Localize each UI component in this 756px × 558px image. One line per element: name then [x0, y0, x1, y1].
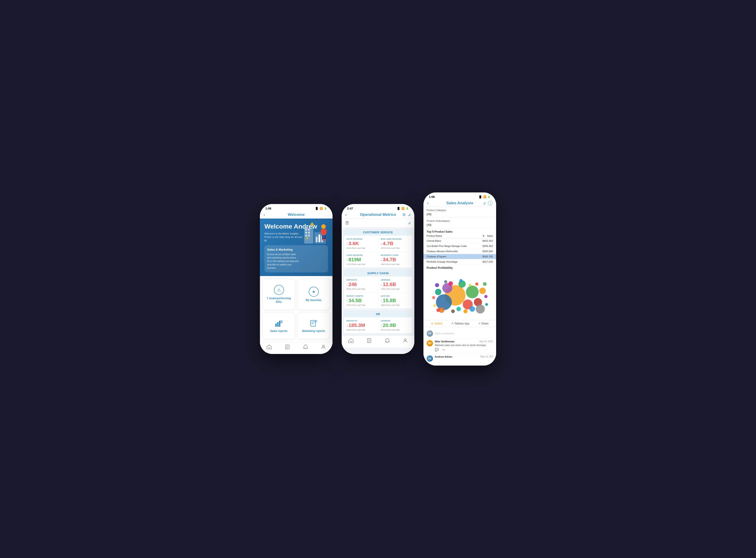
tile-sales[interactable]: $ Sales reports [263, 312, 295, 339]
svg-rect-17 [322, 239, 324, 240]
nav-home-1[interactable] [266, 345, 272, 350]
svg-rect-22 [277, 322, 279, 327]
filter-icon-3[interactable]: ⊿ [483, 201, 486, 205]
svg-point-60 [483, 282, 487, 286]
tableau-icon: ↗ [451, 322, 453, 325]
table-row-2[interactable]: Chateau Mouton-Rothschild $350,566 [426, 249, 493, 254]
svg-point-51 [479, 288, 486, 294]
svg-point-37 [322, 345, 324, 347]
hero-card-text: Access all our certified sales and marke… [267, 253, 299, 270]
nav-profile-1[interactable] [321, 345, 326, 350]
sort-icon[interactable]: ⇅ [483, 235, 484, 237]
metric-label-bl: BUS LEND BOOKED [381, 238, 410, 240]
filter-subcategory-value[interactable]: (All) [426, 223, 493, 227]
phone-metrics: 2:47 ▐▌ 🛜 🔋 ‹ Operational Metrics ⊞ ⊿ ☰ … [342, 204, 414, 354]
comment-author-0: Mike Smitheman [435, 340, 454, 343]
nav-reports-2[interactable] [367, 338, 372, 343]
top5-table-section: Top 5 Product Sales Product Name ⇅ Sales… [423, 228, 496, 266]
table-row-4[interactable]: Penfolds Grange Hermitage $317,034 [426, 259, 493, 264]
nav-title-2: Operational Metrics [360, 212, 396, 217]
table-row-1[interactable]: 112-Bottle Pine Mega Storage Cube $395,4… [426, 244, 493, 249]
comment-section: AA Add a comment... MS Mike Smitheman Au… [423, 327, 496, 365]
comment-date-0: Aug 19, 2022 [479, 340, 493, 343]
phone3-content: Product Category (All) Product Subcatego… [423, 207, 496, 365]
filter-category-value[interactable]: (All) [426, 212, 493, 217]
table-row-0[interactable]: Cheval Blanc $402,352 [426, 238, 493, 244]
tile-kpi[interactable]: ⚠ 7 underperforming KPIs [263, 279, 295, 310]
op-topbar: ☰ ⊿ [342, 219, 414, 227]
tile-favorites-icon: ★ [309, 287, 319, 297]
wifi-icon-3: 🛜 [483, 195, 486, 198]
svg-rect-16 [324, 235, 326, 240]
commenter-avatar-0: MS [426, 340, 433, 347]
metric-auto-booked: AUTO BOOKED ↓ 3.6K 322% from Last Year [344, 236, 378, 252]
metric-sc-invest: INVEST ASSETS ↑ 34.5B 372% from Last Yea… [344, 293, 378, 309]
phone1-content: Welcome Andrew Welcome to the Metric Ins… [260, 219, 333, 354]
share-icon: ↗ [478, 322, 480, 325]
info-icon-3[interactable]: i [488, 201, 493, 205]
svg-rect-13 [321, 229, 322, 233]
tableau-btn[interactable]: ↗ Tableau App [451, 322, 469, 325]
bottom-nav-2 [342, 335, 414, 348]
nav-title-1: Welcome [288, 212, 305, 217]
nav-reports-1[interactable] [285, 345, 290, 350]
battery-icon-3: 🔋 [488, 195, 491, 198]
metric-value-bl: ↓ 4.7B [381, 240, 410, 247]
svg-point-61 [436, 308, 440, 312]
signal-icon-1: ▐▌ [315, 207, 318, 210]
signal-icon-2: ▐▌ [397, 207, 400, 210]
metric-hr-lending: LENDING ↑ 20.9B 397% from Last Year [378, 318, 412, 333]
section-hr: HR DEPOSITS ↓ 185.3M 456% from Last Year… [343, 311, 413, 334]
nav-profile-2[interactable] [403, 338, 408, 343]
filter-category-label: Product Category [426, 209, 493, 211]
table-title: Top 5 Product Sales [426, 230, 493, 233]
profitability-title: Product Profitability [423, 266, 496, 271]
col-product-name: Product Name [426, 235, 442, 237]
filter-subcategory-label: Product Subcategory [426, 220, 493, 222]
nav-alerts-1[interactable] [303, 345, 308, 350]
nav-home-2[interactable] [348, 338, 354, 343]
filter-product-subcategory: Product Subcategory (All) [423, 218, 496, 228]
metric-label-ab: AUTO BOOKED [346, 238, 375, 240]
comment-item-0: MS Mike Smitheman Aug 19, 2022 Website s… [426, 338, 493, 354]
nav-title-3: Sales Analysis [446, 201, 473, 205]
comment-placeholder[interactable]: Add a comment... [435, 332, 456, 335]
filter-icon-top[interactable]: ⊿ [408, 221, 411, 225]
back-button-1[interactable]: ‹ [263, 212, 265, 217]
section-title-sc: SUPPLY CHAIN [344, 270, 412, 277]
filter-product-category: Product Category (All) [423, 207, 496, 218]
status-time-2: 2:47 [347, 207, 353, 210]
metric-label-bc: BUSINESS CARD [381, 254, 410, 256]
welcome-subtitle: Welcome to the Metric Insights Portal, a… [264, 232, 303, 243]
tile-marketing[interactable]: Marketing reports [297, 312, 330, 339]
svg-point-66 [444, 280, 447, 283]
funnel-icon-2[interactable]: ⊿ [408, 212, 411, 217]
grid-tiles: ⚠ 7 underperforming KPIs ★ My favorites [260, 276, 333, 342]
tile-favorites[interactable]: ★ My favorites [297, 279, 330, 310]
status-time-3: 1:06 [429, 195, 435, 199]
back-button-2[interactable]: ‹ [345, 212, 347, 217]
svg-point-59 [435, 283, 439, 287]
metric-sc-lending: LENDING ↓ 12.6B 179% from Last Year [378, 277, 412, 293]
comment-reply-icon[interactable]: 💬 [435, 348, 439, 352]
battery-icon-1: 🔋 [324, 207, 327, 210]
filter-icon-2[interactable]: ⊞ [402, 212, 406, 217]
back-button-3[interactable]: ‹ [427, 200, 429, 206]
nav-alerts-2[interactable] [385, 338, 390, 343]
status-time-1: 1:08 [265, 207, 271, 210]
nav-bar-3: ‹ Sales Analysis ⊿ i [423, 200, 496, 207]
svg-point-43 [405, 339, 406, 340]
svg-point-67 [469, 284, 471, 286]
comment-share-icon[interactable]: ↪ [442, 348, 445, 352]
metric-bus-lend: BUS LEND BOOKED ↓ 4.7B 470% from Last Ye… [378, 236, 412, 252]
menu-icon[interactable]: ☰ [345, 220, 349, 225]
phones-container: 1:08 ▐▌ 🛜 🔋 ‹ Welcome Welcome Andrew Wel… [260, 193, 496, 365]
nav-bar-2: ‹ Operational Metrics ⊞ ⊿ [342, 211, 414, 219]
svg-rect-8 [316, 237, 318, 242]
added-btn[interactable]: ★ Added [431, 322, 442, 325]
svg-point-69 [432, 296, 435, 299]
wifi-icon-1: 🛜 [320, 207, 323, 210]
metric-value-ab: ↓ 3.6K [346, 240, 375, 247]
share-btn[interactable]: ↗ Share [478, 322, 489, 325]
table-row-3[interactable]: Chateau d'Yquem $345,782 [423, 254, 496, 259]
